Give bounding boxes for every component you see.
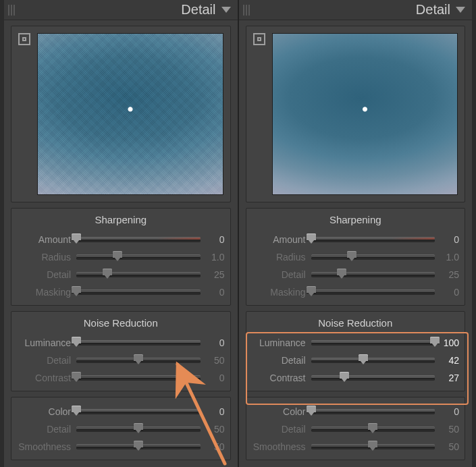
slider-thumb[interactable] <box>103 269 112 279</box>
slider-value[interactable]: 50 <box>201 441 225 452</box>
slider-thumb[interactable] <box>72 234 81 244</box>
detail-slider-row: Detail50 <box>252 420 460 438</box>
panel-header[interactable]: Detail <box>4 0 238 20</box>
slider-track[interactable] <box>76 442 201 451</box>
slider-label: Detail <box>252 355 311 366</box>
amount-slider-row: Amount0 <box>17 231 225 248</box>
slider-value[interactable]: 25 <box>201 269 225 280</box>
slider-value[interactable]: 50 <box>435 424 459 435</box>
slider-thumb[interactable] <box>72 406 81 416</box>
preview-image[interactable] <box>37 33 223 195</box>
slider-thumb[interactable] <box>134 441 143 451</box>
slider-label: Smoothness <box>252 441 311 452</box>
slider-thumb[interactable] <box>72 337 81 348</box>
slider-label: Radius <box>252 252 311 263</box>
color-slider-row: Color0 <box>17 403 225 420</box>
panel-grip-icon[interactable] <box>243 5 250 16</box>
slider-track[interactable] <box>311 356 435 365</box>
slider-thumb[interactable] <box>307 286 316 297</box>
slider-thumb[interactable] <box>72 372 81 383</box>
slider-thumb[interactable] <box>337 269 346 279</box>
slider-label: Luminance <box>252 337 311 348</box>
slider-thumb[interactable] <box>134 423 143 434</box>
slider-track[interactable] <box>311 407 435 416</box>
slider-label: Radius <box>17 252 76 263</box>
slider-value[interactable]: 1.0 <box>201 252 225 263</box>
slider-value[interactable]: 50 <box>201 424 225 435</box>
slider-value[interactable]: 25 <box>435 269 459 280</box>
luminance-slider-row: Luminance0 <box>17 334 225 352</box>
slider-track[interactable] <box>311 252 435 262</box>
slider-track[interactable] <box>76 235 201 244</box>
slider-value[interactable]: 0 <box>435 406 459 417</box>
slider-value[interactable]: 0 <box>435 234 459 245</box>
section-title: Sharpening <box>252 214 460 225</box>
slider-track[interactable] <box>76 338 201 348</box>
slider-value[interactable]: 0 <box>201 287 225 298</box>
slider-thumb[interactable] <box>340 372 349 383</box>
collapse-triangle-icon[interactable] <box>221 7 231 13</box>
contrast-slider-row: Contrast0 <box>17 369 225 387</box>
slider-track[interactable] <box>311 235 435 244</box>
slider-track[interactable] <box>76 252 201 262</box>
preview-image[interactable] <box>272 33 458 195</box>
slider-thumb[interactable] <box>368 441 377 451</box>
slider-thumb[interactable] <box>72 286 81 297</box>
target-adjustment-icon[interactable] <box>253 33 265 45</box>
panel-header[interactable]: Detail <box>239 0 473 20</box>
slider-label: Masking <box>17 287 76 298</box>
section-title: Noise Reduction <box>17 317 225 329</box>
smoothness-slider-row: Smoothness50 <box>252 438 460 456</box>
slider-label: Color <box>17 406 76 417</box>
slider-thumb[interactable] <box>359 354 368 365</box>
luminance-slider-row: Luminance100 <box>252 334 460 352</box>
slider-label: Detail <box>252 269 311 280</box>
panel-grip-icon[interactable] <box>8 5 15 16</box>
slider-value[interactable]: 0 <box>201 337 225 348</box>
slider-value[interactable]: 0 <box>201 406 225 417</box>
slider-track[interactable] <box>311 287 435 297</box>
detail-slider-row: Detail50 <box>17 352 225 369</box>
sharpening-section: SharpeningAmount0Radius1.0Detail25Maskin… <box>11 208 231 306</box>
slider-thumb[interactable] <box>307 234 316 244</box>
slider-value[interactable]: 0 <box>201 373 225 383</box>
slider-thumb[interactable] <box>307 406 316 416</box>
slider-track[interactable] <box>311 424 435 434</box>
detail-panel: DetailSharpeningAmount0Radius1.0Detail25… <box>0 0 238 467</box>
slider-thumb[interactable] <box>347 251 356 262</box>
slider-thumb[interactable] <box>113 251 122 262</box>
slider-track[interactable] <box>311 270 435 279</box>
slider-label: Detail <box>17 355 76 366</box>
slider-label: Detail <box>252 424 311 435</box>
slider-track[interactable] <box>311 373 435 383</box>
slider-track[interactable] <box>76 424 201 434</box>
slider-track[interactable] <box>311 338 435 348</box>
slider-track[interactable] <box>76 356 201 365</box>
preview-section <box>246 26 466 202</box>
slider-label: Masking <box>252 287 311 298</box>
slider-track[interactable] <box>76 373 201 383</box>
collapse-triangle-icon[interactable] <box>456 7 465 13</box>
slider-value[interactable]: 50 <box>201 355 225 366</box>
slider-value[interactable]: 0 <box>435 287 459 298</box>
slider-track[interactable] <box>76 287 201 297</box>
slider-label: Color <box>252 406 311 417</box>
slider-value[interactable]: 42 <box>435 355 459 366</box>
slider-label: Detail <box>17 269 76 280</box>
slider-value[interactable]: 27 <box>435 373 459 383</box>
detail-slider-row: Detail50 <box>17 420 225 438</box>
slider-thumb[interactable] <box>430 337 440 348</box>
slider-track[interactable] <box>76 407 201 416</box>
slider-value[interactable]: 1.0 <box>435 252 459 263</box>
slider-label: Luminance <box>17 337 76 348</box>
target-adjustment-icon[interactable] <box>18 33 30 45</box>
slider-thumb[interactable] <box>134 354 143 365</box>
color-slider-row: Color0 <box>252 403 460 420</box>
slider-thumb[interactable] <box>368 423 377 434</box>
detail-slider-row: Detail25 <box>17 266 225 283</box>
slider-value[interactable]: 50 <box>435 441 459 452</box>
section-title: Noise Reduction <box>252 317 460 329</box>
slider-track[interactable] <box>311 442 435 451</box>
slider-track[interactable] <box>76 270 201 279</box>
slider-value[interactable]: 0 <box>201 234 225 245</box>
